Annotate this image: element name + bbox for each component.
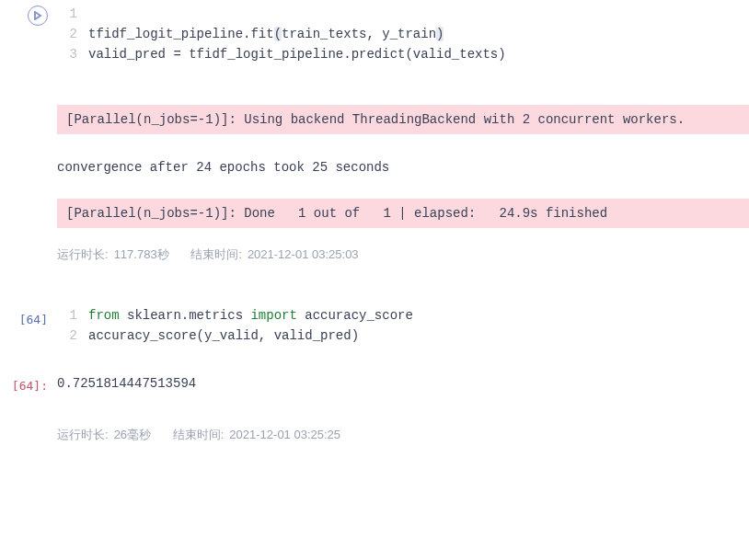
output-result: 0.7251814447513594: [57, 368, 749, 394]
code-editor[interactable]: 1 2 from sklearn.metrics import accuracy…: [57, 302, 749, 349]
output-stderr: [Parallel(n_jobs=-1)]: Done 1 out of 1 |…: [57, 199, 749, 228]
code-line: valid_pred = tfidf_logit_pipeline.predic…: [88, 44, 749, 64]
code-line: tfidf_logit_pipeline.fit(train_texts, y_…: [88, 24, 749, 44]
line-numbers: 1 2 3: [57, 4, 88, 64]
run-button[interactable]: [28, 6, 48, 26]
line-number: 2: [57, 24, 77, 44]
line-number: 1: [57, 305, 77, 326]
code-line: [88, 4, 749, 24]
line-numbers: 1 2: [57, 305, 88, 346]
runtime-value: 26毫秒: [114, 428, 151, 441]
play-icon: [33, 11, 42, 20]
cell-gutter: [64]:: [0, 368, 57, 456]
line-number: 2: [57, 326, 77, 346]
code-line: from sklearn.metrics import accuracy_sco…: [88, 305, 749, 326]
code-lines: tfidf_logit_pipeline.fit(train_texts, y_…: [88, 4, 749, 64]
cell-content: 1 2 from sklearn.metrics import accuracy…: [57, 302, 749, 349]
runtime-label: 运行时长:: [57, 247, 109, 261]
output-prompt: [64]:: [12, 373, 48, 393]
code-line: accuracy_score(y_valid, valid_pred): [88, 326, 749, 346]
runtime-label: 运行时长:: [57, 428, 109, 441]
cell-output: [Parallel(n_jobs=-1)]: Using backend Thr…: [57, 96, 749, 237]
code-lines: from sklearn.metrics import accuracy_sco…: [88, 305, 749, 346]
cell-content: 0.7251814447513594 运行时长:26毫秒 结束时间:2021-1…: [57, 368, 749, 456]
output-row: [64]: 0.7251814447513594 运行时长:26毫秒 结束时间:…: [0, 368, 749, 456]
line-number: 3: [57, 44, 77, 64]
endtime-label: 结束时间:: [173, 428, 225, 441]
cell-gutter: [0, 0, 57, 276]
output-stderr: [Parallel(n_jobs=-1)]: Using backend Thr…: [57, 105, 749, 134]
cell-meta: 运行时长:117.783秒 结束时间:2021-12-01 03:25:03: [57, 237, 749, 276]
output-stdout: convergence after 24 epochs took 25 seco…: [57, 151, 749, 182]
cell-gutter: [64]: [0, 302, 57, 349]
code-cell-2: [64] 1 2 from sklearn.metrics import acc…: [0, 302, 749, 349]
endtime-label: 结束时间:: [190, 247, 242, 261]
line-number: 1: [57, 4, 77, 24]
input-prompt: [64]: [19, 307, 48, 326]
cell-content: 1 2 3 tfidf_logit_pipeline.fit(train_tex…: [57, 0, 749, 276]
runtime-value: 117.783秒: [114, 247, 169, 261]
code-editor[interactable]: 1 2 3 tfidf_logit_pipeline.fit(train_tex…: [57, 0, 749, 68]
endtime-value: 2021-12-01 03:25:25: [229, 428, 340, 441]
code-cell-1: 1 2 3 tfidf_logit_pipeline.fit(train_tex…: [0, 0, 749, 276]
endtime-value: 2021-12-01 03:25:03: [248, 247, 359, 261]
cell-meta: 运行时长:26毫秒 结束时间:2021-12-01 03:25:25: [57, 417, 749, 456]
